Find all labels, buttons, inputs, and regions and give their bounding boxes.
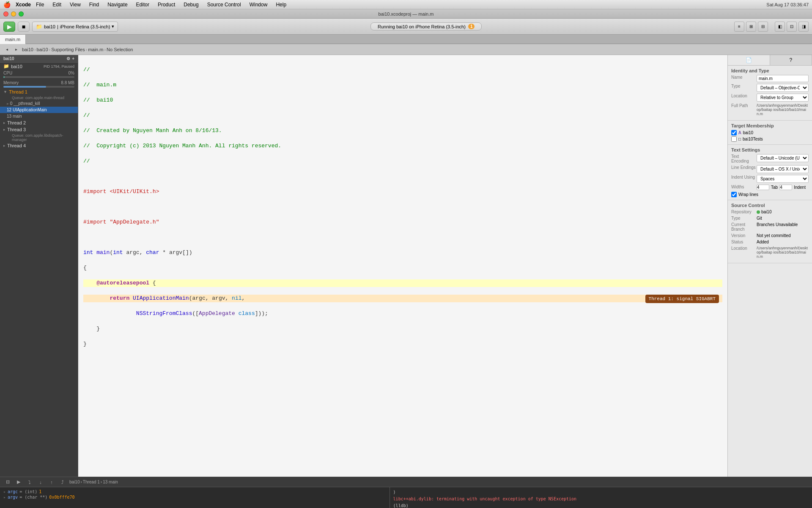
debug-step-into-btn[interactable]: ↓ [36,478,45,486]
code-area[interactable]: // // main.m // bai10 // // Created by N… [78,55,727,477]
target-bai10-icon: A [738,130,741,135]
file-inspector-icon: 📄 [746,57,752,63]
apple-menu[interactable]: 🍎 [3,1,11,8]
debug-step-out-btn[interactable]: ↑ [47,478,56,486]
code-content[interactable]: // // main.m // bai10 // // Created by N… [78,55,727,477]
menu-window[interactable]: Window [248,1,269,8]
code-line: NSStringFromClass([AppDelegate class])); [83,310,722,318]
line-endings-row: Line Endings Default – OS X / Unix (LF) [731,165,809,173]
sidebar-thread1[interactable]: ▼ Thread 1 [0,88,78,95]
text-encoding-select[interactable]: Default – Unicode (UTF-8) [757,154,809,162]
nav-back-button[interactable]: ◂ [3,46,11,53]
maximize-button[interactable] [19,11,24,17]
rp-tab-file-inspector[interactable]: 📄 [728,55,770,65]
tab-width-input[interactable] [757,185,769,190]
sc-repository-label: Repository [731,210,757,214]
tab-main-m[interactable]: main.m [0,35,26,44]
menu-edit[interactable]: Edit [51,1,63,8]
minimize-button[interactable] [11,11,16,17]
debug-hide-btn[interactable]: ⊟ [3,478,12,486]
wrap-lines-checkbox[interactable] [731,192,737,197]
rp-type-select[interactable]: Default – Objective-C So... [757,84,809,92]
menu-debug[interactable]: Debug [182,1,200,8]
breadcrumb-supporting-files[interactable]: Supporting Files [51,47,85,52]
sc-version-value: Not yet committed [757,233,791,238]
breadcrumb-bai10-2[interactable]: bai10 [37,47,48,52]
disclosure-icon: ▸ [3,489,6,494]
identity-type-section: Identity and Type Name Type Default – Ob… [728,66,812,121]
indent-using-select[interactable]: Spaces [757,175,809,183]
navigator-button[interactable]: ◧ [775,22,785,32]
debug-bc-frame[interactable]: 13 main [103,480,118,484]
indent-using-label: Indent Using [731,175,757,179]
nav-forward-button[interactable]: ▸ [12,46,20,53]
source-control-section: Source Control Repository bai10 Type Git… [728,200,812,263]
code-line: // [83,112,722,119]
menu-help[interactable]: Help [274,1,288,8]
disclosure-icon[interactable]: ▸ [3,121,5,125]
menu-editor[interactable]: Editor [134,1,151,8]
sidebar-thread3[interactable]: ▸ Thread 3 [0,126,78,133]
debug-bc-thread[interactable]: Thread 1 [83,480,100,484]
text-encoding-row: Text Encoding Default – Unicode (UTF-8) [731,154,809,163]
status-center: Running bai10 on iPhone Retina (3.5-inch… [121,22,732,30]
rp-location-select[interactable]: Relative to Group [757,94,809,102]
editor-standard-button[interactable]: ≡ [734,22,744,32]
sidebar-frame-ui-app-main[interactable]: 12 UIApplicationMain [0,107,78,113]
debug-output-panel: ) libc++abi.dylib: terminating with unca… [390,487,812,508]
indent-width-input[interactable] [779,185,792,190]
sc-type-label: Type [731,216,757,221]
sidebar-settings-icon[interactable]: ⚙ [66,56,70,61]
target-bai10tests-checkbox[interactable] [731,136,737,142]
menu-view[interactable]: View [68,1,82,8]
sidebar-frame-main[interactable]: 13 main [0,113,78,119]
code-line [83,173,722,180]
editor-assistant-button[interactable]: ⊞ [746,22,756,32]
code-editor[interactable]: // // main.m // bai10 // // Created by N… [78,55,727,477]
rp-tab-quick-help[interactable]: ? [770,55,812,65]
menu-navigate[interactable]: Navigate [106,1,129,8]
debug-jump-btn[interactable]: ⤴ [58,478,67,486]
sidebar-frame-pthread-kill[interactable]: ▸ 0 __pthread_kill [0,100,78,107]
code-line-return: return UIApplicationMain(argc, argv, nil… [83,295,722,302]
target-bai10tests-icon: □ [738,137,741,141]
debug-area-button[interactable]: ⊡ [787,22,797,32]
source-control-title: Source Control [731,203,809,208]
run-button[interactable]: ▶ [3,22,15,32]
breadcrumb-main-m[interactable]: main.m [88,47,103,52]
debug-step-over-btn[interactable]: ⤵ [25,478,34,486]
disclosure-icon[interactable]: ▸ [3,127,5,132]
disclosure-icon[interactable]: ▼ [3,90,7,94]
menu-find[interactable]: Find [88,1,101,8]
utilities-button[interactable]: ◨ [798,22,809,32]
sidebar-thread2[interactable]: ▸ Thread 2 [0,119,78,126]
sidebar-thread3-queue: Queue: com.apple.libdispatch-manager [0,133,78,142]
line-endings-select[interactable]: Default – OS X / Unix (LF) [757,165,809,173]
disclosure-icon[interactable]: ▸ [3,144,5,148]
code-line: int main(int argc, char * argv[]) [83,249,722,257]
debug-bc-bai10[interactable]: bai10 [69,480,80,484]
sidebar-thread4[interactable]: ▸ Thread 4 [0,142,78,149]
window-controls[interactable] [3,11,24,17]
breadcrumb-bai10-1[interactable]: bai10 [22,47,33,52]
sidebar-add-icon[interactable]: + [72,56,74,61]
sidebar-bai10-project[interactable]: 📁 bai10 PID 1794, Paused [0,63,78,70]
target-bai10-checkbox[interactable] [731,130,737,135]
debug-output-line-1: ) [393,489,809,496]
menu-file[interactable]: File [34,1,46,8]
debug-toolbar: ⊟ ▶ ⤵ ↓ ↑ ⤴ bai10 › Thread 1 › 13 main [0,477,812,487]
code-line-autoreleasepool: @autoreleasepool { [83,279,722,287]
scheme-selector[interactable]: 📁 bai10 | iPhone Retina (3.5-inch) ▾ [32,22,118,32]
rp-name-input[interactable] [757,75,809,82]
close-button[interactable] [3,11,8,17]
menu-source-control[interactable]: Source Control [206,1,243,8]
app-name[interactable]: Xcode [16,2,31,8]
toolbar: ▶ ■ 📁 bai10 | iPhone Retina (3.5-inch) ▾… [0,19,812,35]
cpu-area: CPU 0% [0,70,78,79]
titlebar: bai10.xcodeproj — main.m [0,9,812,19]
editor-version-button[interactable]: ⊟ [758,22,768,32]
sidebar-header: bai10 ⚙ + [0,55,78,63]
menu-product[interactable]: Product [156,1,177,8]
debug-continue-btn[interactable]: ▶ [14,478,23,486]
stop-button[interactable]: ■ [18,22,30,32]
